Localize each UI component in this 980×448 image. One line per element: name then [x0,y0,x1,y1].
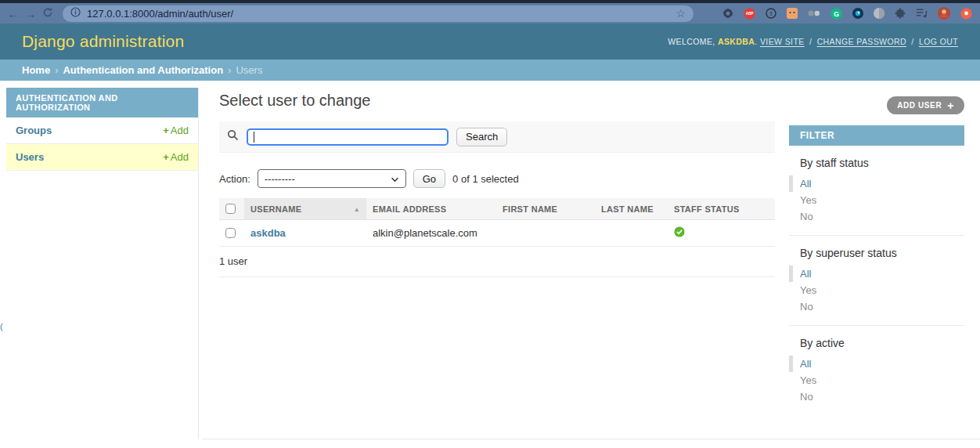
groups-link[interactable]: Groups [16,125,52,136]
filter-heading: By superuser status [800,247,953,259]
select-all-header [219,198,244,220]
svg-text:!: ! [770,10,773,17]
staff-status-yes-icon [674,228,685,240]
dots-extension-icon[interactable] [808,10,820,16]
column-header-email[interactable]: EMAIL ADDRESS [366,198,496,220]
breadcrumb-current: Users [236,64,262,76]
content-bottom-divider [202,439,980,439]
action-selected-option: --------- [265,173,295,185]
browser-toolbar: ← → 127.0.0.1:8000/admin/auth/user/ ☆ AB… [0,3,980,23]
filter-option-yes[interactable]: Yes [789,192,964,208]
filter-option-no[interactable]: No [789,298,964,315]
users-link[interactable]: Users [16,151,44,163]
log-out-link[interactable]: LOG OUT [919,37,958,46]
sort-ascending-icon[interactable]: ▲ [354,206,360,213]
site-info-icon[interactable] [70,6,81,20]
sidebar-item-groups[interactable]: Groups +Add [6,117,198,144]
profile-avatar[interactable] [938,7,950,20]
eye-extension-icon[interactable] [852,8,863,19]
sidebar-app-caption[interactable]: AUTHENTICATION AND AUTHORIZATION [6,88,198,117]
filter-option-yes[interactable]: Yes [789,372,964,388]
face-extension-icon[interactable] [787,8,798,19]
alert-extension-icon[interactable]: ! [766,8,776,19]
gear-extension-icon[interactable] [722,8,733,19]
browser-window: ← → 127.0.0.1:8000/admin/auth/user/ ☆ AB… [0,0,980,448]
welcome-text: WELCOME, [668,37,715,46]
sphere-extension-icon[interactable] [874,8,885,19]
selection-note: 0 of 1 selected [452,173,519,185]
orange-extension-icon[interactable] [960,8,972,20]
column-header-username[interactable]: USERNAME▲ [244,198,366,220]
first-name-cell [496,220,595,247]
chevron-down-icon [391,173,399,185]
add-user-button[interactable]: ADD USER+ [887,96,964,114]
page-content: AUTHENTICATION AND AUTHORIZATION Groups … [0,81,980,448]
playlist-extension-icon[interactable] [916,8,928,19]
search-input[interactable] [247,128,449,146]
admin-header: Django administration WELCOME, ASKDBA. V… [0,23,980,60]
view-site-link[interactable]: VIEW SITE [760,37,805,46]
table-row: askdba alkin@planetscale.com [219,220,775,247]
row-checkbox[interactable] [225,228,236,238]
user-row-link[interactable]: askdba [250,227,286,239]
column-header-last-name[interactable]: LAST NAME [595,198,668,220]
column-header-first-name[interactable]: FIRST NAME [496,198,595,220]
filter-option-all[interactable]: All [789,175,964,192]
search-toolbar: Search [219,121,775,153]
breadcrumb-app-link[interactable]: Authentication and Authorization [63,64,223,76]
svg-text:G: G [834,9,839,17]
filter-section-staff-status: By staff status All Yes No [789,157,964,235]
url-bar[interactable]: 127.0.0.1:8000/admin/auth/user/ ☆ [63,5,694,22]
extensions-row: ABP ! G [722,7,974,20]
puzzle-extensions-icon[interactable] [895,8,906,19]
filter-option-yes[interactable]: Yes [789,282,964,298]
site-title[interactable]: Django administration [22,32,184,51]
select-all-checkbox[interactable] [225,204,236,214]
svg-text:ABP: ABP [746,12,754,16]
results-table: USERNAME▲ EMAIL ADDRESS FIRST NAME LAST … [219,198,775,247]
reload-icon[interactable] [39,7,56,20]
go-button[interactable]: Go [413,169,445,188]
app-sidebar: AUTHENTICATION AND AUTHORIZATION Groups … [6,88,199,439]
filter-section-superuser-status: By superuser status All Yes No [789,235,964,325]
user-tools: WELCOME, ASKDBA. VIEW SITE / CHANGE PASS… [668,37,958,46]
actions-bar: Action: --------- Go 0 of 1 selected [219,169,775,188]
filter-section-active: By active All Yes No [789,325,964,415]
adblock-extension-icon[interactable]: ABP [744,8,755,20]
filter-title: FILTER [789,125,964,146]
change-password-link[interactable]: CHANGE PASSWORD [817,37,906,46]
back-icon[interactable]: ← [5,8,22,20]
breadcrumb: Home › Authentication and Authorization … [0,60,980,81]
grammarly-extension-icon[interactable]: G [830,8,842,20]
changelist-main: Select user to change Search Action: ---… [219,81,775,277]
sidebar-item-users[interactable]: Users +Add [6,144,198,171]
action-label: Action: [219,173,250,185]
filter-option-no[interactable]: No [789,208,964,225]
bookmark-star-icon[interactable]: ☆ [676,7,686,20]
column-header-staff-status[interactable]: STAFF STATUS [668,198,775,220]
left-edge-glyph: ( [0,322,3,331]
current-username: ASKDBA [718,37,755,46]
url-text[interactable]: 127.0.0.1:8000/admin/auth/user/ [87,8,669,20]
breadcrumb-home-link[interactable]: Home [22,64,50,76]
paginator: 1 user [219,247,775,277]
plus-icon: + [947,100,954,111]
plus-icon: + [163,125,169,136]
table-header-row: USERNAME▲ EMAIL ADDRESS FIRST NAME LAST … [219,198,775,220]
search-button[interactable]: Search [456,128,507,146]
search-icon [227,129,239,144]
last-name-cell [595,220,668,247]
add-group-link[interactable]: +Add [163,125,189,136]
action-select[interactable]: --------- [258,169,406,188]
add-user-link[interactable]: +Add [163,151,189,163]
page-title: Select user to change [219,92,775,110]
forward-icon[interactable]: → [22,8,39,20]
browser-chrome: ← → 127.0.0.1:8000/admin/auth/user/ ☆ AB… [0,0,980,23]
plus-icon: + [163,151,169,163]
email-cell: alkin@planetscale.com [366,220,496,247]
filter-heading: By staff status [800,157,953,169]
filter-option-no[interactable]: No [789,388,964,405]
filter-option-all[interactable]: All [789,266,964,282]
filter-option-all[interactable]: All [789,356,964,372]
text-caret [254,132,254,143]
